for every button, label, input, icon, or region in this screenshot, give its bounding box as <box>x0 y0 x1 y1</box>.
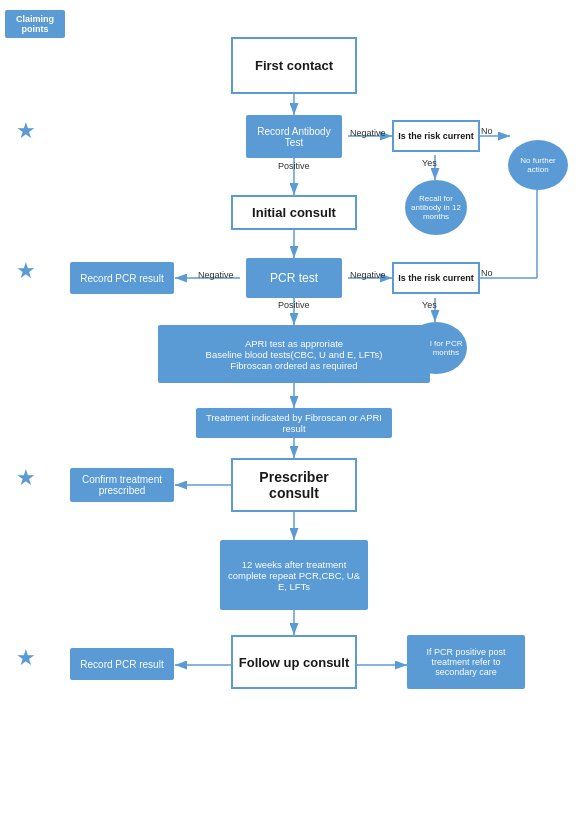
treatment-indicated-box: Treatment indicated by Fibroscan or APRI… <box>196 408 392 438</box>
pcr-test-box: PCR test <box>246 258 342 298</box>
label-negative-1: Negative <box>350 128 386 138</box>
confirm-treatment-box: Confirm treatment prescribed <box>70 468 174 502</box>
label-yes-2: Yes <box>422 300 437 310</box>
label-positive-2: Positive <box>278 300 310 310</box>
star-3: ★ <box>16 465 36 491</box>
if-pcr-positive-box: If PCR positive post treatment refer to … <box>407 635 525 689</box>
star-2: ★ <box>16 258 36 284</box>
weeks-12-box: 12 weeks after treatment complete repeat… <box>220 540 368 610</box>
is-risk-current-1-box: Is the risk current <box>392 120 480 152</box>
label-no-2: No <box>481 268 493 278</box>
star-1: ★ <box>16 118 36 144</box>
is-risk-current-2-box: Is the risk current <box>392 262 480 294</box>
recall-antibody-ellipse: Recall for antibody in 12 months <box>405 180 467 235</box>
no-further-action-ellipse: No further action <box>508 140 568 190</box>
star-4: ★ <box>16 645 36 671</box>
prescriber-consult-box: Prescriber consult <box>231 458 357 512</box>
first-contact-box: First contact <box>231 37 357 94</box>
label-yes-1: Yes <box>422 158 437 168</box>
label-negative-2: Negative <box>350 270 386 280</box>
apri-test-box: APRI test as approriateBaseline blood te… <box>158 325 430 383</box>
record-pcr-1-box: Record PCR result <box>70 262 174 294</box>
follow-up-box: Follow up consult <box>231 635 357 689</box>
claiming-points-label: Claiming points <box>5 10 65 38</box>
label-no-1: No <box>481 126 493 136</box>
record-pcr-2-box: Record PCR result <box>70 648 174 680</box>
label-positive-1: Positive <box>278 161 310 171</box>
record-antibody-box: Record Antibody Test <box>246 115 342 158</box>
diagram-container: Negative Positive Yes No Negative Negati… <box>0 0 588 821</box>
initial-consult-box: Initial consult <box>231 195 357 230</box>
label-negative-3: Negative <box>198 270 234 280</box>
